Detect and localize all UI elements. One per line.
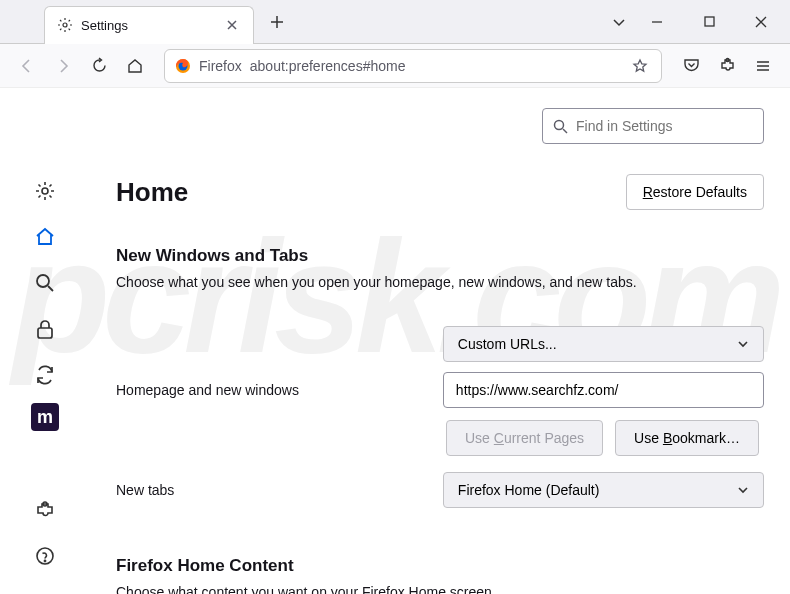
restore-defaults-button[interactable]: Restore Defaults: [626, 174, 764, 210]
svg-point-11: [555, 120, 564, 129]
settings-search[interactable]: [542, 108, 764, 144]
navigation-toolbar: Firefox about:preferences#home: [0, 44, 790, 88]
section-home-content-desc: Choose what content you want on your Fir…: [116, 584, 764, 594]
gear-icon: [57, 17, 73, 33]
chevron-down-icon: [737, 338, 749, 350]
window-titlebar: Settings: [0, 0, 790, 44]
section-new-windows-desc: Choose what you see when you open your h…: [116, 274, 764, 290]
sidebar-item-more[interactable]: m: [31, 403, 59, 431]
maximize-button[interactable]: [686, 7, 732, 37]
app-menu-button[interactable]: [746, 49, 780, 83]
minimize-button[interactable]: [634, 7, 680, 37]
homepage-label: Homepage and new windows: [116, 382, 443, 398]
svg-rect-7: [38, 328, 52, 338]
sidebar-item-privacy[interactable]: [27, 311, 63, 347]
sidebar-item-general[interactable]: [27, 173, 63, 209]
page-title: Home: [116, 177, 188, 208]
svg-point-5: [42, 188, 48, 194]
section-new-windows-title: New Windows and Tabs: [116, 246, 764, 266]
forward-button[interactable]: [46, 49, 80, 83]
homepage-url-input[interactable]: [443, 372, 764, 408]
search-icon: [553, 119, 568, 134]
pocket-button[interactable]: [674, 49, 708, 83]
use-current-pages-button[interactable]: Use Current Pages: [446, 420, 603, 456]
tab-title: Settings: [81, 18, 215, 33]
settings-search-input[interactable]: [576, 118, 753, 134]
svg-point-0: [63, 23, 67, 27]
browser-tab[interactable]: Settings: [44, 6, 254, 44]
firefox-logo-icon: [175, 58, 191, 74]
settings-sidebar: m: [0, 88, 90, 594]
sidebar-item-home[interactable]: [27, 219, 63, 255]
settings-main: Home Restore Defaults New Windows and Ta…: [90, 88, 790, 594]
svg-point-10: [44, 560, 45, 561]
url-identity-label: Firefox: [199, 58, 242, 74]
svg-rect-1: [705, 17, 714, 26]
close-window-button[interactable]: [738, 7, 784, 37]
newtabs-label: New tabs: [116, 482, 443, 498]
sidebar-item-sync[interactable]: [27, 357, 63, 393]
chevron-down-icon: [737, 484, 749, 496]
newtabs-dropdown[interactable]: Firefox Home (Default): [443, 472, 764, 508]
newtabs-value: Firefox Home (Default): [458, 482, 600, 498]
url-text: about:preferences#home: [250, 58, 621, 74]
close-icon[interactable]: [223, 16, 241, 34]
homepage-mode-dropdown[interactable]: Custom URLs...: [443, 326, 764, 362]
sidebar-item-extensions[interactable]: [27, 492, 63, 528]
homepage-mode-value: Custom URLs...: [458, 336, 557, 352]
url-bar[interactable]: Firefox about:preferences#home: [164, 49, 662, 83]
back-button[interactable]: [10, 49, 44, 83]
use-bookmark-button[interactable]: Use Bookmark…: [615, 420, 759, 456]
svg-point-6: [37, 275, 49, 287]
reload-button[interactable]: [82, 49, 116, 83]
home-button[interactable]: [118, 49, 152, 83]
extensions-button[interactable]: [710, 49, 744, 83]
sidebar-item-help[interactable]: [27, 538, 63, 574]
bookmark-star-icon[interactable]: [629, 55, 651, 77]
section-home-content-title: Firefox Home Content: [116, 556, 764, 576]
list-tabs-button[interactable]: [604, 7, 634, 37]
sidebar-item-search[interactable]: [27, 265, 63, 301]
new-tab-button[interactable]: [262, 7, 292, 37]
